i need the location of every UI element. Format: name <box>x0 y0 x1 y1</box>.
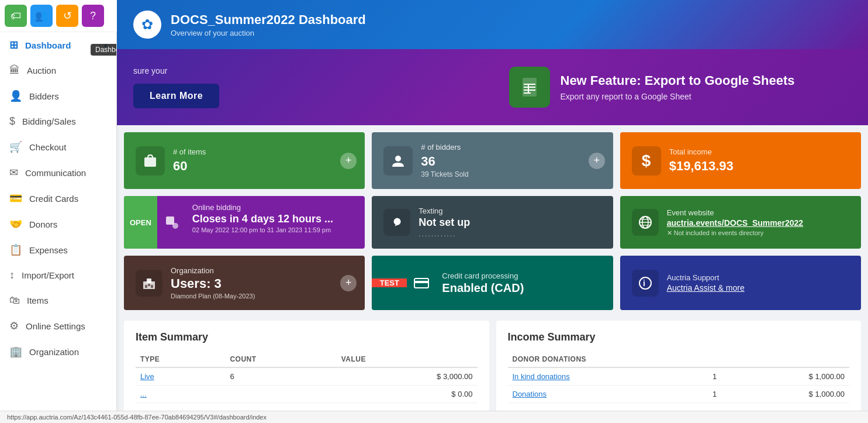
bidders-icon: 👤 <box>9 90 22 102</box>
checkout-icon: 🛒 <box>9 140 22 153</box>
help-icon-btn[interactable]: ? <box>82 5 104 27</box>
items-icon: 🛍 <box>9 294 20 307</box>
sidebar-item-label: Auction <box>27 66 56 75</box>
bidders-stat-card[interactable]: # of bidders 36 39 Tickets Sold + <box>372 132 613 189</box>
bidding-content: Online bidding Closes in 4 days 12 hours… <box>186 196 365 249</box>
sidebar-item-label: Dashboard <box>25 40 71 50</box>
row-type[interactable]: Live <box>136 367 225 386</box>
income-row-value: $ 1,000.00 <box>741 386 849 403</box>
banner-right: New Feature: Export to Google Sheets Exp… <box>493 55 869 119</box>
sidebar-item-credit-cards[interactable]: 💳 Credit Cards <box>0 185 116 211</box>
sidebar-item-label: Items <box>27 295 49 305</box>
learn-more-button[interactable]: Learn More <box>133 84 219 108</box>
donors-icon: 🤝 <box>9 218 22 231</box>
cc-content: Credit card processing Enabled (CAD) <box>436 264 613 302</box>
support-card[interactable]: i Auctria Support Auctria Assist & more <box>620 256 861 310</box>
bidders-plus-button[interactable]: + <box>589 153 605 169</box>
cc-test-badge: TEST <box>372 278 407 287</box>
refresh-icon-btn[interactable]: ↺ <box>56 5 78 27</box>
support-link[interactable]: Auctria Assist & more <box>667 283 745 293</box>
col-value: VALUE <box>337 352 478 367</box>
org-label: Organization <box>171 266 353 275</box>
event-note: ✕ Not included in events directory <box>667 229 803 237</box>
org-card[interactable]: Organization Users: 3 Diamond Plan (08-M… <box>124 256 365 310</box>
org-plus-button[interactable]: + <box>340 275 357 291</box>
feature-desc: Export any report to a Google Sheet <box>561 92 795 101</box>
row-count <box>225 386 336 403</box>
sidebar-item-import-export[interactable]: ↕ Import/Export <box>0 263 116 288</box>
table-row: Donations 1 $ 1,000.00 <box>508 386 850 403</box>
items-stat-label: # of items <box>173 147 353 156</box>
income-summary-table: Donor Donations In kind donations 1 $ 1,… <box>508 352 850 403</box>
summaries-section: Item Summary TYPE COUNT VALUE Live 6 $ 3… <box>117 317 868 421</box>
sidebar-item-items[interactable]: 🛍 Items <box>0 288 116 313</box>
income-row-label[interactable]: In kind donations <box>508 367 708 386</box>
sidebar: Dashboard ⊞ Dashboard ‹ 🏛 Auction 👤 Bidd… <box>0 0 117 423</box>
users-icon-btn[interactable]: 👥 <box>30 5 53 27</box>
texting-card[interactable]: Texting Not set up ............ <box>372 196 613 249</box>
tag-icon-btn[interactable]: 🏷 <box>5 5 27 27</box>
svg-point-22 <box>639 277 651 289</box>
sidebar-item-checkout[interactable]: 🛒 Checkout <box>0 134 116 160</box>
svg-rect-3 <box>524 90 535 91</box>
sidebar-item-online-settings[interactable]: ⚙ Online Settings <box>0 313 116 339</box>
income-row-count: 1 <box>708 367 741 386</box>
texting-content: Texting Not set up ............ <box>419 207 470 238</box>
sidebar-item-donors[interactable]: 🤝 Donors <box>0 211 116 237</box>
items-stat-content: # of items 60 <box>173 147 353 174</box>
svg-point-9 <box>172 223 178 229</box>
sidebar-item-label: Organization <box>29 347 79 357</box>
auction-icon: 🏛 <box>9 64 20 77</box>
feature-text: New Feature: Export to Google Sheets Exp… <box>561 73 795 101</box>
row-type[interactable]: ... <box>136 386 225 403</box>
item-summary-table: TYPE COUNT VALUE Live 6 $ 3,000.00 ... $ <box>136 352 478 403</box>
bidding-icon: $ <box>9 115 15 128</box>
items-stat-card[interactable]: # of items 60 + <box>124 132 365 189</box>
svg-rect-17 <box>145 285 147 288</box>
expenses-icon: 📋 <box>9 243 22 256</box>
sidebar-item-organization[interactable]: 🏢 Organization <box>0 339 116 364</box>
sidebar-item-communication[interactable]: ✉ Communication <box>0 160 116 185</box>
page-title: DOCS_Summer2022 Dashboard <box>171 12 366 27</box>
event-globe-icon <box>632 209 659 236</box>
sidebar-item-bidders[interactable]: 👤 Bidders <box>0 83 116 109</box>
table-row: Live 6 $ 3,000.00 <box>136 367 478 386</box>
items-plus-button[interactable]: + <box>340 153 357 169</box>
cc-card[interactable]: TEST Credit card processing Enabled (CAD… <box>372 256 613 310</box>
stats-row-3: Organization Users: 3 Diamond Plan (08-M… <box>117 252 868 317</box>
income-row-count: 1 <box>708 386 741 403</box>
sidebar-item-label: Import/Export <box>22 270 74 280</box>
sidebar-item-bidding-sales[interactable]: $ Bidding/Sales <box>0 109 116 134</box>
income-row-label[interactable]: Donations <box>508 386 708 403</box>
svg-text:i: i <box>643 278 645 288</box>
support-label: Auctria Support <box>667 273 745 282</box>
svg-rect-16 <box>147 278 151 283</box>
table-row: ... $ 0.00 <box>136 386 478 403</box>
texting-dots: ............ <box>419 230 470 238</box>
bidding-card-icon <box>157 196 186 249</box>
bidders-stat-sublabel: 39 Tickets Sold <box>421 170 601 178</box>
item-summary-title: Item Summary <box>136 331 478 343</box>
sidebar-item-auction[interactable]: 🏛 Auction <box>0 58 116 83</box>
sidebar-item-label: Donors <box>29 219 57 229</box>
bidders-stat-label: # of bidders <box>421 143 601 152</box>
cc-icon <box>407 277 436 289</box>
bidders-stat-value: 36 <box>421 154 601 169</box>
sidebar-item-expenses[interactable]: 📋 Expenses <box>0 237 116 263</box>
svg-point-7 <box>395 156 401 161</box>
income-stat-value: $19,613.93 <box>669 159 849 174</box>
event-card[interactable]: Event website auctria.events/DOCS_Summer… <box>620 196 861 249</box>
page-subtitle: Overview of your auction <box>171 29 366 37</box>
income-stat-card[interactable]: $ Total income $19,613.93 <box>620 132 861 189</box>
bidding-time-value: Closes in 4 days 12 hours ... <box>192 213 359 225</box>
svg-rect-19 <box>148 284 150 286</box>
bidding-type-label: Online bidding <box>192 203 359 212</box>
import-export-icon: ↕ <box>9 269 15 281</box>
texting-value: Not set up <box>419 216 470 229</box>
col-count: COUNT <box>225 352 336 367</box>
row-count: 6 <box>225 367 336 386</box>
feature-banner: sure your Learn More New Feature: Export… <box>117 49 868 125</box>
bidding-card[interactable]: OPEN Online bidding Closes in 4 days 12 … <box>124 196 365 249</box>
event-link[interactable]: auctria.events/DOCS_Summer2022 <box>667 218 803 228</box>
income-row-value: $ 1,000.00 <box>741 367 849 386</box>
